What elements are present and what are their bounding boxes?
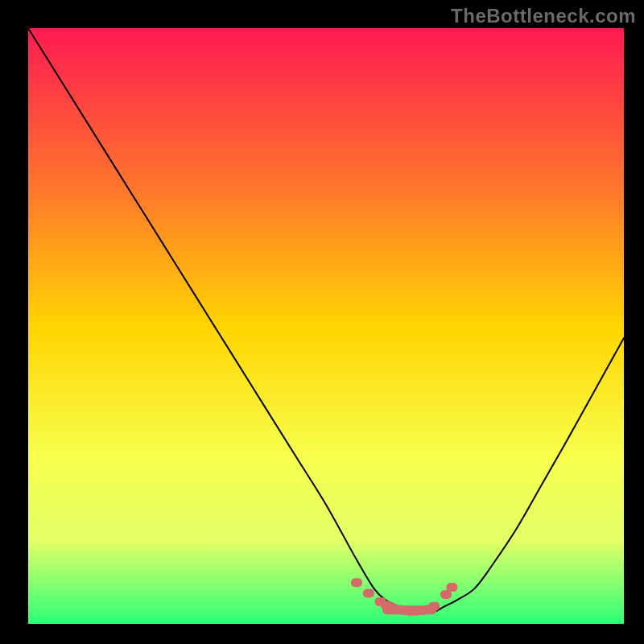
- chart-svg: [0, 0, 644, 644]
- marker-dot: [351, 578, 362, 587]
- marker-dot: [446, 583, 457, 592]
- watermark-text: TheBottleneck.com: [451, 5, 636, 27]
- marker-dot: [363, 589, 374, 598]
- plot-background: [28, 28, 624, 624]
- chart-stage: { "watermark": "TheBottleneck.com", "col…: [0, 0, 644, 644]
- marker-bridge: [382, 605, 436, 614]
